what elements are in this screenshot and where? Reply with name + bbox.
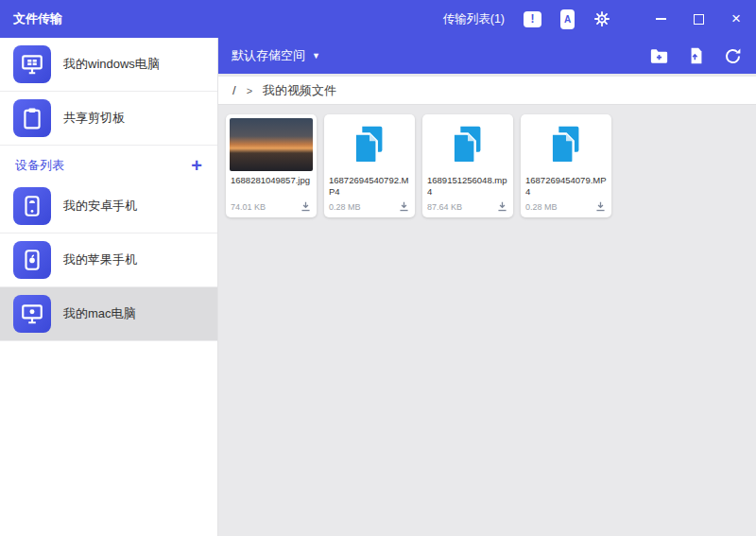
device-list-header: 设备列表 + [0, 146, 217, 180]
chevron-down-icon: ▼ [312, 51, 320, 61]
upload-file-icon[interactable] [687, 46, 706, 65]
add-device-button[interactable]: + [191, 158, 202, 173]
app-window: 文件传输 传输列表(1) ! A [0, 0, 756, 536]
windows-pc-icon [13, 45, 51, 83]
titlebar: 文件传输 传输列表(1) ! A [0, 0, 756, 38]
device-list-title: 设备列表 [15, 157, 64, 174]
sidebar-item-windows-pc[interactable]: 我的windows电脑 [0, 38, 217, 92]
sidebar-item-mac-computer[interactable]: 我的mac电脑 [0, 287, 217, 341]
storage-dropdown[interactable]: 默认存储空间 ▼ [232, 47, 320, 64]
sidebar-item-apple-phone[interactable]: 我的苹果手机 [0, 233, 217, 287]
sidebar-item-label: 我的安卓手机 [63, 198, 137, 215]
clipboard-icon [13, 99, 51, 137]
download-button[interactable] [594, 200, 607, 213]
feedback-icon[interactable]: ! [524, 11, 541, 27]
breadcrumb: / > 我的视频文件 [218, 77, 756, 105]
settings-gear-icon[interactable] [593, 10, 610, 27]
file-size: 0.28 MB [329, 202, 361, 212]
file-name: 16872694540792.MP4 [329, 175, 410, 199]
file-size: 87.64 KB [427, 202, 462, 212]
file-copy-icon [328, 118, 411, 171]
file-card[interactable]: 16872694540792.MP4 0.28 MB [324, 114, 415, 217]
android-phone-icon [13, 187, 51, 225]
file-name: 1688281049857.jpg [231, 175, 312, 199]
sidebar-item-label: 我的windows电脑 [63, 56, 160, 73]
file-copy-icon [524, 118, 608, 171]
file-name: 1689151256048.mp4 [427, 175, 508, 199]
breadcrumb-root[interactable]: / [232, 83, 236, 97]
mac-computer-icon [13, 295, 51, 333]
app-title: 文件传输 [13, 10, 62, 27]
refresh-icon[interactable] [723, 46, 743, 66]
sidebar-item-label: 我的mac电脑 [63, 305, 136, 322]
photo-thumbnail [230, 118, 313, 171]
download-icon [300, 200, 312, 213]
download-icon [594, 200, 607, 213]
sidebar-item-label: 我的苹果手机 [63, 251, 137, 268]
maximize-button[interactable] [692, 12, 705, 26]
file-name: 1687269454079.MP4 [525, 175, 607, 199]
toolbar-actions [648, 45, 743, 67]
sidebar-item-clipboard[interactable]: 共享剪切板 [0, 92, 217, 146]
breadcrumb-current: 我的视频文件 [263, 82, 336, 99]
window-controls: × [654, 12, 743, 26]
storage-dropdown-label: 默认存储空间 [232, 47, 305, 64]
titlebar-actions: 传输列表(1) ! A × [443, 9, 743, 29]
file-grid: 1688281049857.jpg 74.01 KB [218, 105, 756, 227]
minimize-icon [656, 18, 666, 20]
maximize-icon [694, 14, 704, 25]
app-body: 我的windows电脑 共享剪切板 设备列表 + [0, 38, 756, 536]
transfer-list-button[interactable]: 传输列表(1) [443, 11, 505, 27]
close-button[interactable]: × [730, 12, 743, 26]
file-card[interactable]: 1687269454079.MP4 0.28 MB [521, 114, 611, 217]
download-button[interactable] [398, 200, 410, 213]
apple-phone-icon [13, 241, 51, 279]
file-card[interactable]: 1689151256048.mp4 87.64 KB [422, 114, 513, 217]
file-size: 0.28 MB [525, 202, 558, 212]
main-panel: 默认存储空间 ▼ [218, 38, 756, 536]
sidebar: 我的windows电脑 共享剪切板 设备列表 + [0, 38, 218, 536]
sidebar-item-label: 共享剪切板 [63, 110, 125, 127]
download-icon [496, 200, 508, 213]
minimize-button[interactable] [654, 12, 667, 26]
download-button[interactable] [496, 200, 508, 213]
file-card[interactable]: 1688281049857.jpg 74.01 KB [226, 114, 317, 217]
phone-connect-icon[interactable]: A [560, 9, 575, 29]
file-copy-icon [426, 118, 509, 171]
storage-toolbar: 默认存储空间 ▼ [218, 38, 756, 74]
file-size: 74.01 KB [231, 202, 266, 212]
new-folder-icon[interactable] [648, 45, 670, 67]
breadcrumb-separator-icon: > [247, 85, 252, 96]
sidebar-item-android-phone[interactable]: 我的安卓手机 [0, 180, 217, 233]
download-button[interactable] [300, 200, 312, 213]
download-icon [398, 200, 410, 213]
